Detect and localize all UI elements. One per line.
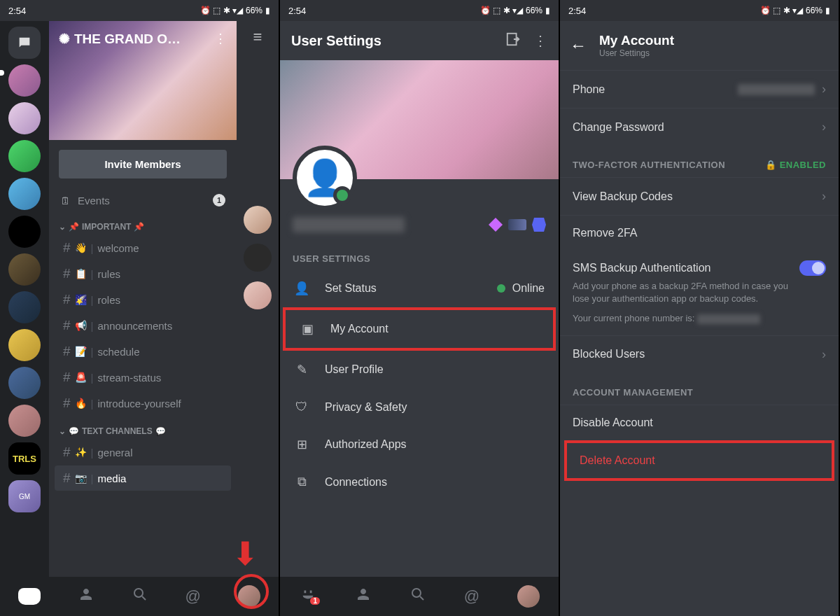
- channel-item[interactable]: # 🔥 | introduce-yourself: [55, 391, 231, 416]
- server-icon[interactable]: [8, 102, 41, 134]
- back-arrow-icon[interactable]: ←: [570, 36, 587, 55]
- dm-button[interactable]: [8, 27, 41, 59]
- battery-icon: ▮: [825, 6, 830, 15]
- row-label: Connections: [325, 476, 387, 489]
- events-count-badge: 1: [213, 194, 225, 206]
- view-backup-codes-row[interactable]: View Backup Codes ›: [560, 177, 839, 215]
- server-icon[interactable]: [8, 367, 41, 399]
- mentions-tab-icon[interactable]: @: [186, 587, 201, 606]
- channel-item[interactable]: # 📷 | media: [55, 465, 231, 491]
- settings-row-my-account[interactable]: ▣My Account: [286, 310, 553, 348]
- profile-tab-icon[interactable]: [517, 585, 540, 608]
- hash-icon: #: [63, 444, 71, 460]
- category-text-channels[interactable]: ⌄ 💬 TEXT CHANNELS 💬: [49, 416, 237, 439]
- battery-icon: ▮: [265, 6, 270, 15]
- channel-item[interactable]: # 📢 | announcements: [55, 313, 231, 338]
- clock: 2:54: [568, 6, 586, 16]
- server-icon[interactable]: [8, 405, 41, 437]
- chevron-right-icon: ›: [822, 189, 826, 204]
- server-icon[interactable]: [8, 178, 41, 210]
- blocked-users-row[interactable]: Blocked Users ›: [560, 335, 839, 373]
- row-label: My Account: [330, 323, 388, 335]
- server-icon[interactable]: [8, 291, 41, 323]
- server-icon[interactable]: [8, 140, 41, 172]
- member-strip: ≡: [237, 21, 279, 577]
- channel-item[interactable]: # 📝 | schedule: [55, 339, 231, 364]
- status-bar: 2:54 ⏰ ⬚ ✱ ▾◢ 66% ▮: [0, 0, 279, 21]
- friends-tab-icon[interactable]: [78, 586, 94, 607]
- nitro-badge-icon: [489, 218, 503, 232]
- notification-badge: 1: [310, 597, 320, 605]
- server-icon[interactable]: [8, 216, 41, 248]
- friends-tab-icon[interactable]: [355, 586, 372, 607]
- channel-list: ✺ THE GRAND O… ⋮ Invite Members 🗓 Events…: [49, 21, 237, 577]
- sms-backup-toggle[interactable]: [799, 260, 826, 276]
- phone-row[interactable]: Phone ›: [560, 70, 839, 108]
- member-avatar[interactable]: [244, 206, 272, 234]
- tfa-section-header: TWO-FACTOR AUTHENTICATION 🔒 ENABLED: [560, 146, 839, 177]
- overflow-menu-icon[interactable]: ⋮: [533, 32, 547, 49]
- server-icon[interactable]: TRLS: [8, 442, 41, 475]
- category-important[interactable]: ⌄ 📌 IMPORTANT 📌: [49, 212, 237, 234]
- server-title[interactable]: ✺ THE GRAND O…: [59, 31, 227, 47]
- channel-name: introduce-yourself: [97, 398, 181, 410]
- hash-icon: #: [63, 470, 71, 486]
- panel-server-channels: 2:54 ⏰ ⬚ ✱ ▾◢ 66% ▮ TRLS GM ✺ THE GRAND …: [0, 0, 280, 616]
- channel-item[interactable]: # 📋 | rules: [55, 261, 231, 286]
- channel-item[interactable]: # ✨ | general: [55, 440, 231, 465]
- channel-item[interactable]: # 🚨 | stream-status: [55, 365, 231, 390]
- channel-name: welcome: [97, 242, 139, 254]
- status-bar: 2:54 ⏰ ⬚ ✱ ▾◢ 66% ▮: [560, 0, 839, 21]
- disable-account-row[interactable]: Disable Account: [560, 405, 839, 440]
- exit-icon[interactable]: [505, 31, 521, 50]
- profile-avatar[interactable]: 👤: [293, 146, 357, 210]
- discord-tab-icon[interactable]: 1: [299, 587, 317, 606]
- row-label: User Profile: [325, 363, 384, 376]
- server-icon[interactable]: [8, 253, 41, 286]
- remove-2fa-row[interactable]: Remove 2FA: [560, 215, 839, 251]
- channel-name: general: [97, 447, 132, 458]
- settings-row-set-status[interactable]: 👤Set StatusOnline: [280, 270, 559, 307]
- invite-members-button[interactable]: Invite Members: [59, 150, 227, 178]
- mentions-tab-icon[interactable]: @: [464, 587, 479, 606]
- hash-icon: #: [63, 266, 71, 281]
- svg-point-0: [134, 589, 143, 597]
- hamburger-icon[interactable]: ≡: [253, 28, 262, 46]
- clock: 2:54: [8, 6, 26, 16]
- row-icon: 🛡: [294, 400, 309, 414]
- settings-row-connections[interactable]: ⧉Connections: [280, 463, 559, 500]
- channel-item[interactable]: # 🌠 | roles: [55, 287, 231, 312]
- change-password-row[interactable]: Change Password ›: [560, 108, 839, 146]
- server-icon[interactable]: [8, 64, 41, 97]
- server-banner: ✺ THE GRAND O… ⋮: [49, 21, 237, 140]
- events-row[interactable]: 🗓 Events 1: [49, 188, 237, 212]
- settings-row-user-profile[interactable]: ✎User Profile: [280, 351, 559, 388]
- sms-backup-label: SMS Backup Authentication: [573, 262, 710, 274]
- panel-my-account: 2:54 ⏰ ⬚ ✱ ▾◢ 66% ▮ ← My Account User Se…: [560, 0, 840, 616]
- row-icon: ▣: [300, 321, 315, 337]
- hash-icon: #: [63, 240, 71, 255]
- server-list-sidebar[interactable]: TRLS GM: [0, 21, 49, 577]
- discord-tab-icon[interactable]: [18, 588, 41, 605]
- status-icons: ⏰ ⬚ ✱ ▾◢ 66% ▮: [760, 6, 830, 15]
- settings-header: User Settings ⋮: [280, 21, 559, 60]
- delete-account-row[interactable]: Delete Account: [567, 443, 832, 478]
- search-tab-icon[interactable]: [132, 586, 148, 607]
- hash-icon: #: [63, 344, 71, 359]
- hash-icon: #: [63, 396, 71, 411]
- server-icon[interactable]: [8, 329, 41, 361]
- chevron-right-icon: ›: [822, 347, 826, 362]
- chevron-right-icon: ›: [822, 120, 826, 134]
- member-avatar[interactable]: [244, 281, 272, 309]
- bottom-nav: 1 @: [280, 577, 559, 616]
- server-icon[interactable]: GM: [8, 480, 41, 512]
- hash-icon: #: [63, 370, 71, 385]
- search-tab-icon[interactable]: [410, 586, 426, 607]
- settings-row-privacy-safety[interactable]: 🛡Privacy & Safety: [280, 388, 559, 426]
- annotation-highlight-myaccount: ▣My Account: [283, 307, 556, 351]
- settings-row-authorized-apps[interactable]: ⊞Authorized Apps: [280, 426, 559, 463]
- server-menu-icon[interactable]: ⋮: [214, 31, 227, 46]
- member-avatar[interactable]: [244, 244, 272, 272]
- section-label: USER SETTINGS: [280, 241, 559, 270]
- channel-item[interactable]: # 👋 | welcome: [55, 235, 231, 260]
